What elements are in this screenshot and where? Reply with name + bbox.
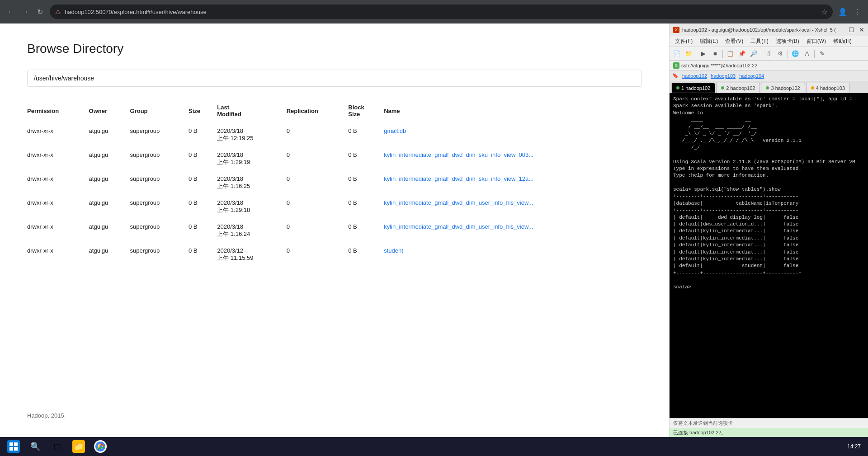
cell-permission: drwxr-xr-x [27,123,89,147]
taskbar: 🔍 ▢ 📁 14:27 [0,437,868,456]
bookmark-icon[interactable]: ☆ [821,8,827,16]
tab-hadoop103-4[interactable]: 4 hadoop103 [806,83,850,93]
taskbar-time: 14:27 [847,443,861,450]
cell-block-size: 0 B [348,123,384,147]
connection-status: 已连接 hadoop102:22。 [673,429,726,436]
user-icon[interactable]: 👤 [836,5,849,18]
toolbar-open[interactable]: 📁 [683,49,694,59]
menu-view[interactable]: 查看(V) [722,36,747,47]
toolbar-font[interactable]: A [802,49,812,59]
menu-tools[interactable]: 工具(T) [747,36,772,47]
xshell-statusbar: 仅将文本发送到当前选项卡 [670,418,868,428]
folder-icon: 📁 [72,440,85,453]
browser-actions: 👤 ⋮ [836,5,863,18]
xshell-maximize-button[interactable]: ☐ [849,26,854,33]
chrome-button[interactable] [90,438,110,455]
start-button[interactable] [4,438,24,455]
terminal-area[interactable]: Spark context available as 'sc' (master … [670,93,868,418]
cell-name[interactable]: kylin_intermediate_gmall_dwd_dim_user_in… [384,195,642,219]
toolbar-sep5 [814,50,815,58]
toolbar-find[interactable]: 🔎 [748,49,759,59]
menu-edit[interactable]: 编辑(E) [696,36,722,47]
bookmark-hadoop104[interactable]: hadoop104 [739,73,764,79]
xshell-panel: X hadoop102 - atguigu@hadoop102:/opt/mod… [669,24,868,437]
xshell-close-button[interactable]: ✕ [859,26,864,33]
toolbar-settings[interactable]: ⚙ [775,49,786,59]
cell-replication: 0 [287,195,349,219]
cell-last-modified: 2020/3/18 上午 1:29:18 [217,195,286,219]
toolbar-compose[interactable]: ✎ [816,49,827,59]
cell-group: supergroup [130,123,189,147]
bookmark-hadoop103[interactable]: hadoop103 [711,73,736,79]
cell-owner: atguigu [89,219,130,243]
col-header-last-modified: LastModified [217,100,286,123]
tab-hadoop102-2[interactable]: 2 hadoop102 [716,83,760,93]
tab-label-3: 3 hadoop102 [771,85,800,91]
security-warning-icon: ⚠ [55,8,61,15]
cell-size: 0 B [189,147,217,171]
address-bar[interactable]: ⚠ hadoop102:50070/explorer.html#/user/hi… [50,5,833,19]
table-row: drwxr-xr-x atguigu supergroup 0 B 2020/3… [27,123,642,147]
toolbar-paste[interactable]: 📌 [736,49,747,59]
tab-hadoop102-1[interactable]: 1 hadoop102 [671,83,715,93]
cell-permission: drwxr-xr-x [27,219,89,243]
connection-status-bar: 已连接 hadoop102:22。 [670,428,868,437]
xshell-app-icon: X [673,27,679,33]
windows-icon [7,440,20,453]
toolbar-copy[interactable]: 📋 [725,49,736,59]
menu-help[interactable]: 帮助(H) [830,36,855,47]
tab-dot-2 [721,86,724,89]
tab-label-4: 4 hadoop103 [816,85,845,91]
col-header-permission: Permission [27,100,89,123]
menu-window[interactable]: 窗口(W) [803,36,830,47]
toolbar-print[interactable]: 🖨 [763,49,774,59]
cell-block-size: 0 B [348,195,384,219]
cell-last-modified: 2020/3/18 上午 1:16:25 [217,171,286,195]
nav-buttons: ← → ↻ [5,5,46,18]
cell-name[interactable]: kylin_intermediate_gmall_dwd_dim_sku_inf… [384,147,642,171]
table-row: drwxr-xr-x atguigu supergroup 0 B 2020/3… [27,195,642,219]
xshell-tabs-bar: 1 hadoop102 2 hadoop102 3 hadoop102 4 ha… [670,81,868,93]
toolbar-disconnect[interactable]: ■ [710,49,721,59]
cell-name[interactable]: gmall.db [384,123,642,147]
tab-hadoop102-3[interactable]: 3 hadoop102 [761,83,805,93]
forward-button[interactable]: → [19,5,32,18]
menu-file[interactable]: 文件(F) [671,36,696,47]
cell-group: supergroup [130,147,189,171]
back-button[interactable]: ← [5,5,17,18]
task-view-button[interactable]: ▢ [47,438,67,455]
task-view-icon: ▢ [51,440,63,453]
xshell-title: hadoop102 - atguigu@hadoop102:/opt/modul… [682,27,838,33]
svg-rect-1 [14,442,18,446]
menu-icon[interactable]: ⋮ [851,5,863,18]
cell-group: supergroup [130,195,189,219]
cell-name[interactable]: kylin_intermediate_gmall_dwd_dim_sku_inf… [384,171,642,195]
col-header-replication: Replication [287,100,349,123]
menu-tabs[interactable]: 选项卡(B) [772,36,803,47]
table-row: drwxr-xr-x atguigu supergroup 0 B 2020/3… [27,243,642,267]
directory-table: Permission Owner Group Size LastModified… [27,100,642,267]
refresh-button[interactable]: ↻ [33,5,46,18]
bookmark-hadoop102[interactable]: hadoop102 [682,73,707,79]
table-row: drwxr-xr-x atguigu supergroup 0 B 2020/3… [27,147,642,171]
col-header-group: Group [130,100,189,123]
search-icon: 🔍 [29,440,42,453]
search-button[interactable]: 🔍 [25,438,45,455]
toolbar-new-session[interactable]: 📄 [671,49,682,59]
cell-name[interactable]: kylin_intermediate_gmall_dwd_dim_user_in… [384,219,642,243]
col-header-name: Name [384,100,642,123]
cell-block-size: 0 B [348,243,384,267]
xshell-toolbar: 📄 📁 ▶ ■ 📋 📌 🔎 🖨 ⚙ 🌐 A ✎ [670,47,868,61]
xshell-minimize-button[interactable]: − [840,26,844,33]
cell-owner: atguigu [89,195,130,219]
xshell-ssh-bar: S ssh://atguigu:*****@hadoop102:22 [670,61,868,71]
path-input[interactable] [27,70,642,87]
bookmarks-bar: 🔖 hadoop102 hadoop103 hadoop104 [670,71,868,81]
toolbar-globe[interactable]: 🌐 [790,49,801,59]
cell-name[interactable]: student [384,243,642,267]
cell-size: 0 B [189,219,217,243]
file-explorer-button[interactable]: 📁 [69,438,89,455]
cell-replication: 0 [287,147,349,171]
toolbar-connect[interactable]: ▶ [698,49,709,59]
footer-text: Hadoop, 2015. [27,412,66,419]
